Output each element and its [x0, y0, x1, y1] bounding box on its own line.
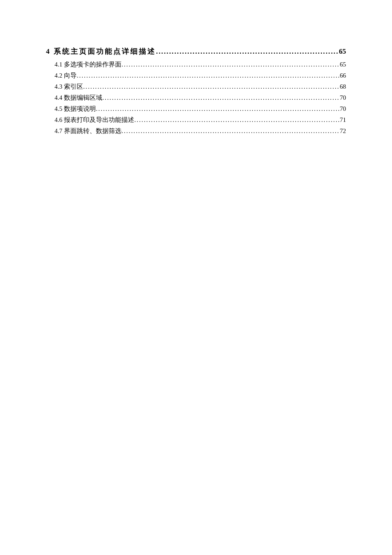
toc-section-entry[interactable]: 4.4 数据编辑区域 70: [46, 94, 346, 102]
toc-leader: [102, 94, 340, 101]
toc-section-title: 多选项卡的操作界面: [64, 61, 121, 69]
toc-section-page: 65: [340, 61, 346, 68]
toc-section-entry[interactable]: 4.5 数据项说明 70: [46, 105, 346, 113]
toc-section-entry[interactable]: 4.2 向导 66: [46, 72, 346, 80]
toc-section-number: 4.1: [55, 61, 62, 68]
toc-section-entry[interactable]: 4.7 界面跳转、数据筛选 72: [46, 127, 346, 135]
toc-section-number: 4.7: [55, 127, 62, 135]
toc-chapter-entry[interactable]: 4 系统主页面功能点详细描述 65: [46, 47, 346, 56]
toc-leader: [77, 72, 340, 79]
toc-section-number: 4.4: [55, 94, 62, 101]
toc-section-number: 4.6: [55, 116, 62, 124]
toc-section-number: 4.3: [55, 83, 62, 90]
toc-section-title: 向导: [64, 72, 77, 80]
toc-section-title: 索引区: [64, 83, 83, 91]
toc-section-page: 66: [340, 72, 346, 79]
toc-chapter-title: 系统主页面功能点详细描述: [54, 47, 156, 56]
toc-section-page: 71: [340, 116, 346, 124]
toc-section-page: 68: [340, 83, 346, 90]
toc-leader: [121, 61, 340, 68]
toc-leader: [96, 105, 340, 113]
toc-section-page: 72: [340, 127, 346, 135]
toc-section-entry[interactable]: 4.1 多选项卡的操作界面 65: [46, 61, 346, 69]
toc-chapter-number: 4: [46, 47, 49, 56]
toc-section-entry[interactable]: 4.3 索引区 68: [46, 83, 346, 91]
toc-leader: [83, 83, 340, 90]
toc-section-number: 4.2: [55, 72, 62, 79]
toc-section-title: 界面跳转、数据筛选: [64, 127, 121, 135]
toc-section-title: 数据项说明: [64, 105, 96, 113]
toc-chapter-page: 65: [339, 47, 346, 56]
toc-section-title: 数据编辑区域: [64, 94, 102, 102]
toc-leader: [134, 116, 340, 124]
toc-section-number: 4.5: [55, 105, 62, 113]
toc-leader: [156, 47, 339, 56]
toc-leader: [121, 127, 340, 135]
toc-section-page: 70: [340, 105, 346, 113]
toc-section-page: 70: [340, 94, 346, 101]
toc-section-title: 报表打印及导出功能描述: [64, 116, 134, 124]
toc-section-entry[interactable]: 4.6 报表打印及导出功能描述 71: [46, 116, 346, 124]
